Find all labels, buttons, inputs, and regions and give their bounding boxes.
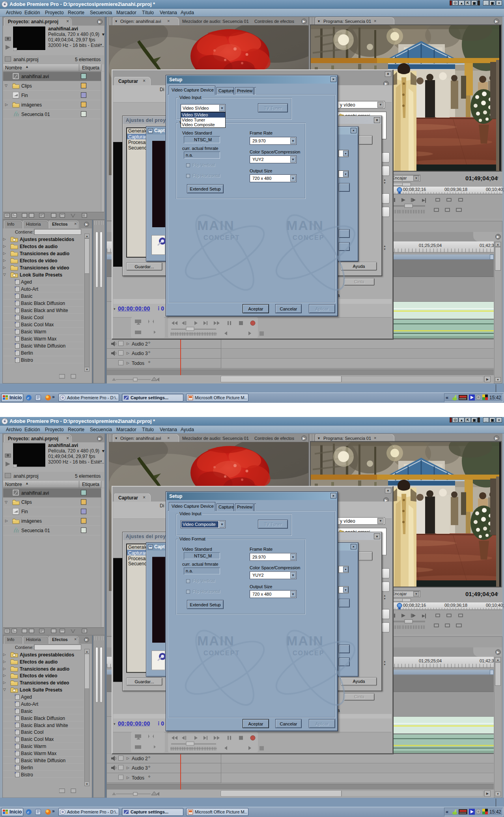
svg-text:e: e (27, 395, 29, 400)
svg-text:e: e (27, 810, 29, 814)
